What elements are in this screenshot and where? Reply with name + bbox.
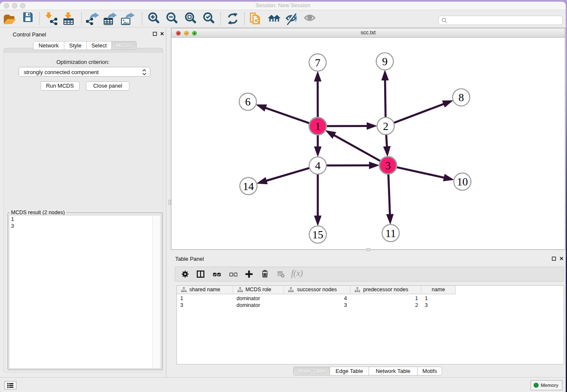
- svg-text:1: 1: [315, 120, 321, 133]
- svg-text:7: 7: [315, 57, 320, 69]
- svg-text:11: 11: [385, 227, 396, 240]
- svg-text:6: 6: [245, 96, 250, 108]
- svg-text:10: 10: [457, 176, 468, 188]
- svg-text:14: 14: [243, 180, 254, 193]
- svg-text:15: 15: [312, 229, 323, 241]
- svg-text:8: 8: [458, 91, 464, 104]
- svg-text:3: 3: [385, 160, 391, 172]
- svg-text:9: 9: [382, 55, 388, 68]
- svg-text:2: 2: [383, 120, 388, 133]
- svg-text:4: 4: [315, 160, 321, 172]
